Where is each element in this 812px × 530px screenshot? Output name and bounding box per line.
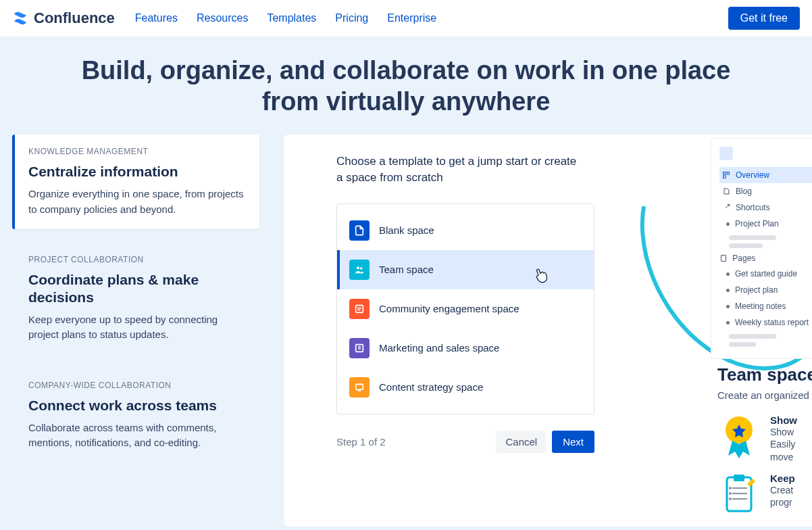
page-label: Weekly status report [735, 318, 809, 327]
preview-prompt: Choose a template to get a jump start or… [336, 153, 580, 186]
space-icon [719, 147, 733, 160]
svg-rect-10 [724, 172, 726, 175]
clipboard-icon [717, 473, 761, 516]
nav-placeholder [729, 243, 763, 248]
pages-header: Pages [719, 254, 812, 263]
nav-blog[interactable]: Blog [719, 183, 812, 199]
svg-rect-12 [724, 176, 726, 178]
svg-rect-17 [734, 475, 744, 481]
detail-title: Team space [717, 364, 812, 385]
top-nav: Confluence Features Resources Templates … [0, 0, 812, 37]
card-title: Connect work across teams [28, 397, 246, 414]
feature-cards: KNOWLEDGE MANAGEMENT Centralize informat… [12, 135, 259, 527]
template-label: Team space [379, 264, 434, 275]
benefit-row: Show Show Easily move [717, 414, 812, 463]
nav-label: Blog [736, 187, 752, 196]
template-label: Community engagement space [379, 303, 519, 314]
nav-overview[interactable]: Overview [719, 167, 812, 183]
file-icon [349, 220, 370, 241]
brand-name: Confluence [34, 9, 115, 27]
card-project-collaboration[interactable]: PROJECT COLLABORATION Coordinate plans &… [12, 243, 259, 354]
overview-icon [722, 171, 730, 179]
page-item[interactable]: Meeting notes [719, 298, 812, 314]
pointer-cursor-icon [531, 264, 553, 290]
benefit-desc: Show Easily move [770, 426, 797, 463]
nav-label: Shortcuts [736, 203, 770, 212]
page-placeholder [729, 334, 776, 339]
detail-subtitle: Create an organized place [717, 389, 812, 401]
users-icon [349, 260, 370, 280]
page-label: Get started guide [735, 269, 797, 279]
template-community[interactable]: Community engagement space [337, 289, 594, 329]
cancel-button[interactable]: Cancel [496, 431, 547, 453]
page-item[interactable]: Get started guide [719, 266, 812, 282]
nav-link-pricing[interactable]: Pricing [335, 12, 368, 24]
bullet-icon [726, 222, 730, 226]
page-label: Project plan [735, 285, 778, 295]
content-icon [349, 377, 370, 397]
page-item[interactable]: Project plan [719, 282, 812, 298]
bullet-icon [726, 272, 730, 276]
card-title: Centralize information [28, 163, 246, 180]
template-blank-space[interactable]: Blank space [337, 211, 594, 250]
nav-link-features[interactable]: Features [135, 12, 178, 24]
card-eyebrow: COMPANY-WIDE COLLABORATION [28, 381, 246, 390]
step-indicator: Step 1 of 2 [336, 436, 386, 448]
nav-link-resources[interactable]: Resources [197, 12, 248, 24]
nav-label: Overview [736, 170, 769, 180]
card-company-wide[interactable]: COMPANY-WIDE COLLABORATION Connect work … [12, 368, 259, 463]
benefit-desc: Creat progr [770, 484, 795, 508]
confluence-logo-icon [12, 10, 28, 26]
template-label: Marketing and sales space [379, 342, 499, 354]
nav-links: Features Resources Templates Pricing Ent… [135, 12, 436, 24]
bullet-icon [726, 321, 730, 324]
nav-shortcuts[interactable]: Shortcuts [719, 199, 812, 216]
svg-rect-8 [356, 384, 363, 389]
template-content-strategy[interactable]: Content strategy space [337, 368, 594, 407]
svg-point-23 [729, 498, 732, 500]
svg-rect-11 [727, 172, 730, 175]
benefit-text: Keep Creat progr [770, 473, 795, 516]
nav-link-templates[interactable]: Templates [267, 12, 316, 24]
team-space-detail: Team space Create an organized place Sho… [711, 358, 812, 530]
template-marketing[interactable]: Marketing and sales space [337, 329, 594, 368]
page-placeholder [729, 342, 756, 347]
template-label: Blank space [379, 224, 434, 236]
card-title: Coordinate plans & make decisions [28, 271, 246, 305]
svg-rect-13 [721, 256, 726, 262]
card-knowledge-management[interactable]: KNOWLEDGE MANAGEMENT Centralize informat… [12, 135, 259, 229]
card-desc: Collaborate across teams with comments, … [28, 420, 246, 451]
content-row: KNOWLEDGE MANAGEMENT Centralize informat… [0, 135, 812, 527]
shortcut-icon [722, 203, 730, 212]
nav-project-plan[interactable]: Project Plan [719, 216, 812, 232]
card-eyebrow: PROJECT COLLABORATION [28, 255, 246, 264]
template-team-space[interactable]: Team space [337, 250, 594, 289]
svg-point-0 [357, 266, 359, 269]
svg-point-22 [729, 492, 732, 495]
card-eyebrow: KNOWLEDGE MANAGEMENT [28, 147, 246, 156]
pages-icon [719, 254, 728, 262]
wizard-footer: Step 1 of 2 Cancel Next [336, 431, 594, 453]
benefit-row: Keep Creat progr [717, 473, 812, 516]
bullet-icon [726, 289, 730, 292]
card-desc: Organize everything in one space, from p… [28, 187, 246, 217]
nav-link-enterprise[interactable]: Enterprise [387, 12, 436, 24]
svg-point-1 [360, 267, 362, 269]
page-item[interactable]: Weekly status report [719, 314, 812, 331]
marketing-icon [349, 338, 370, 358]
space-nav-preview: Overview Blog Shortcuts Project Plan Pag… [711, 138, 812, 359]
blog-icon [722, 187, 730, 195]
benefit-title: Show [770, 414, 797, 426]
hero-title: Build, organize, and collaborate on work… [0, 37, 812, 135]
brand-logo[interactable]: Confluence [12, 9, 115, 27]
get-it-free-button[interactable]: Get it free [728, 7, 800, 30]
benefit-title: Keep [770, 473, 795, 484]
preview-panel: Choose a template to get a jump start or… [284, 135, 812, 527]
benefit-text: Show Show Easily move [770, 414, 797, 463]
nav-label: Project Plan [735, 219, 779, 228]
template-list: Blank space Team space Community engagem… [336, 203, 594, 414]
community-icon [349, 299, 370, 319]
next-button[interactable]: Next [552, 431, 594, 453]
svg-point-21 [729, 487, 732, 489]
nav-placeholder [729, 235, 776, 240]
